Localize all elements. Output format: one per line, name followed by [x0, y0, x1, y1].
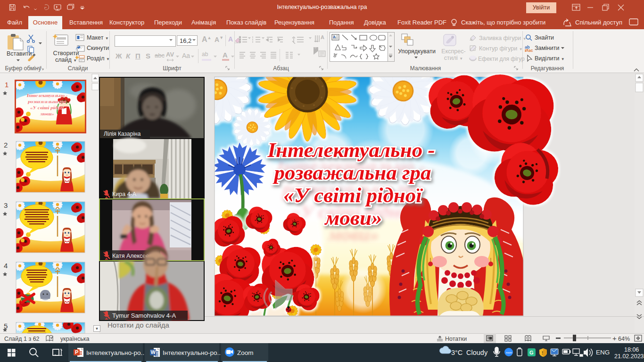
svg-text:мови»: мови» — [324, 206, 382, 230]
svg-text:4: 4 — [4, 262, 8, 270]
svg-text:A: A — [321, 34, 324, 40]
svg-text:Cloudy: Cloudy — [466, 349, 488, 356]
svg-text:Кира 4-А: Кира 4-А — [112, 191, 137, 197]
svg-text:A: A — [333, 35, 336, 39]
svg-text:W: W — [151, 349, 156, 355]
svg-text:Tymur Samohvalov 4-A: Tymur Samohvalov 4-A — [112, 312, 176, 319]
svg-text:21.02.2023: 21.02.2023 — [614, 353, 644, 360]
svg-text:G: G — [529, 350, 534, 355]
svg-text:ENG: ENG — [596, 349, 610, 356]
svg-text:Інтелектуально -: Інтелектуально - — [267, 138, 435, 162]
svg-text:3°C: 3°C — [451, 349, 462, 356]
svg-text:Zoom: Zoom — [237, 349, 254, 356]
svg-text:⇄ac: ⇄ac — [525, 48, 533, 52]
svg-text:zoom: zoom — [506, 351, 512, 354]
svg-text:2: 2 — [4, 141, 8, 149]
svg-text:Інтелектуально-ро...: Інтелектуально-ро... — [86, 349, 146, 356]
svg-text:1: 1 — [5, 81, 8, 89]
svg-text:Лілія Казаріна: Лілія Казаріна — [104, 131, 141, 137]
svg-text:Інтелектуально -: Інтелектуально - — [26, 92, 68, 98]
svg-text:розважальна гра: розважальна гра — [27, 99, 66, 104]
svg-text:«У світі рідної: «У світі рідної — [283, 183, 423, 207]
svg-text:розважальна гра: розважальна гра — [272, 161, 431, 184]
svg-text:3: 3 — [4, 201, 8, 209]
svg-text:!: ! — [542, 351, 543, 356]
svg-text:мови»: мови» — [40, 111, 54, 116]
svg-text:Інтелектуально-ро...: Інтелектуально-ро... — [163, 349, 223, 356]
svg-text:5: 5 — [4, 322, 8, 330]
svg-text:«У світі рідної: «У світі рідної — [30, 105, 65, 110]
svg-text:18:06: 18:06 — [624, 346, 639, 353]
svg-text:P: P — [75, 349, 78, 355]
